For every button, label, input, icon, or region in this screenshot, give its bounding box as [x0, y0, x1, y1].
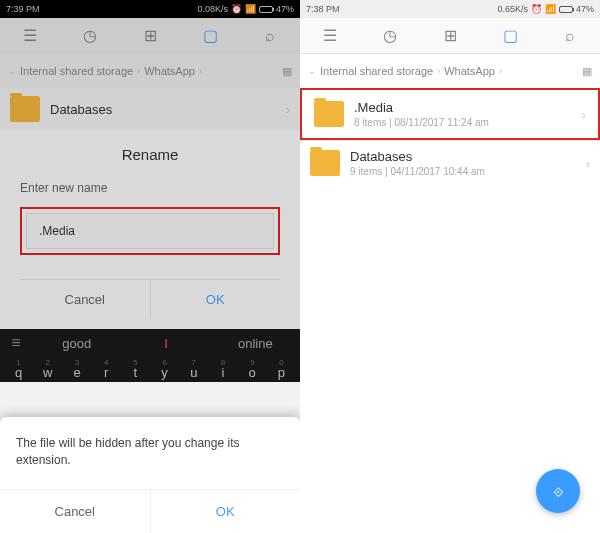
suggestion[interactable]: online: [211, 336, 300, 351]
folder-tab-icon[interactable]: ▢: [500, 26, 520, 45]
folder-icon: [10, 96, 40, 122]
apps-icon[interactable]: ⊞: [140, 26, 160, 45]
folder-row-databases[interactable]: Databases ›: [0, 88, 300, 130]
clock-icon[interactable]: ◷: [380, 26, 400, 45]
key-row: 1q 2w 3e 4r 5t 6y 7u 8i 9o 0p: [0, 357, 300, 382]
folder-row-media[interactable]: .Media 8 items | 08/11/2017 11:24 am ›: [304, 92, 596, 136]
battery-pct: 47%: [276, 4, 294, 14]
folder-icon: [310, 150, 340, 176]
status-speed: 0.08K/s: [197, 4, 228, 14]
breadcrumb[interactable]: ⌄ Internal shared storage › WhatsApp › ▦: [300, 54, 600, 88]
highlight-rename-input: .Media: [20, 207, 280, 255]
rename-dialog: Rename Enter new name .Media Cancel OK: [0, 130, 300, 329]
alarm-icon: ⏰: [531, 4, 542, 14]
apps-icon[interactable]: ⊞: [440, 26, 460, 45]
suggestion[interactable]: I: [121, 336, 210, 351]
wifi-icon: 📶: [245, 4, 256, 14]
key[interactable]: 0p: [267, 359, 296, 380]
highlight-media-folder: .Media 8 items | 08/11/2017 11:24 am ›: [300, 88, 600, 140]
breadcrumb-sub: WhatsApp: [144, 65, 195, 77]
key[interactable]: 7u: [179, 359, 208, 380]
battery-pct: 47%: [576, 4, 594, 14]
chevron-down-icon: ⌄: [8, 66, 16, 76]
status-bar: 7:39 PM 0.08K/s ⏰ 📶 47%: [0, 0, 300, 18]
breadcrumb-root: Internal shared storage: [320, 65, 433, 77]
key[interactable]: 8i: [208, 359, 237, 380]
ok-button[interactable]: OK: [151, 280, 281, 319]
chevron-right-icon: ›: [286, 102, 290, 117]
grid-view-icon[interactable]: ▦: [582, 65, 592, 78]
chevron-down-icon: ⌄: [308, 66, 316, 76]
grid-view-icon[interactable]: ▦: [282, 65, 292, 78]
clock-icon[interactable]: ◷: [80, 26, 100, 45]
clean-fab-button[interactable]: ⟐: [536, 469, 580, 513]
folder-name: .Media: [354, 100, 582, 115]
toolbar: ☰ ◷ ⊞ ▢ ⌕: [0, 18, 300, 54]
folder-tab-icon[interactable]: ▢: [200, 26, 220, 45]
key[interactable]: 2w: [33, 359, 62, 380]
status-bar: 7:38 PM 0.65K/s ⏰ 📶 47%: [300, 0, 600, 18]
search-icon[interactable]: ⌕: [560, 27, 580, 45]
phone-left: 7:39 PM 0.08K/s ⏰ 📶 47% ☰ ◷ ⊞ ▢ ⌕ ⌄ Inte…: [0, 0, 300, 533]
folder-icon: [314, 101, 344, 127]
phone-right: 7:38 PM 0.65K/s ⏰ 📶 47% ☰ ◷ ⊞ ▢ ⌕ ⌄ Inte…: [300, 0, 600, 533]
folder-name: Databases: [350, 149, 586, 164]
breadcrumb-root: Internal shared storage: [20, 65, 133, 77]
folder-name: Databases: [50, 102, 286, 117]
popup-ok-button[interactable]: OK: [151, 490, 301, 533]
menu-icon[interactable]: ☰: [320, 26, 340, 45]
dialog-title: Rename: [20, 146, 280, 163]
battery-icon: [259, 6, 273, 13]
chevron-right-icon: ›: [582, 107, 586, 122]
search-icon[interactable]: ⌕: [260, 27, 280, 45]
cancel-button[interactable]: Cancel: [20, 280, 151, 319]
status-time: 7:39 PM: [6, 4, 40, 14]
wifi-icon: 📶: [545, 4, 556, 14]
popup-text: The file will be hidden after you change…: [0, 417, 300, 489]
broom-icon: ⟐: [553, 481, 564, 502]
kbd-menu-icon[interactable]: ≡: [0, 334, 32, 352]
key[interactable]: 3e: [62, 359, 91, 380]
chevron-right-icon: ›: [199, 66, 202, 76]
folder-meta: 9 items | 04/11/2017 10:44 am: [350, 166, 586, 177]
alarm-icon: ⏰: [231, 4, 242, 14]
chevron-right-icon: ›: [586, 156, 590, 171]
status-speed: 0.65K/s: [497, 4, 528, 14]
toolbar: ☰ ◷ ⊞ ▢ ⌕: [300, 18, 600, 54]
key[interactable]: 6y: [150, 359, 179, 380]
popup-cancel-button[interactable]: Cancel: [0, 490, 151, 533]
key[interactable]: 9o: [238, 359, 267, 380]
status-time: 7:38 PM: [306, 4, 340, 14]
breadcrumb[interactable]: ⌄ Internal shared storage › WhatsApp › ▦: [0, 54, 300, 88]
breadcrumb-sub: WhatsApp: [444, 65, 495, 77]
rename-input[interactable]: .Media: [26, 213, 274, 249]
suggestion[interactable]: good: [32, 336, 121, 351]
key[interactable]: 1q: [4, 359, 33, 380]
key[interactable]: 4r: [92, 359, 121, 380]
key[interactable]: 5t: [121, 359, 150, 380]
folder-row-databases[interactable]: Databases 9 items | 04/11/2017 10:44 am …: [300, 140, 600, 185]
folder-meta: 8 items | 08/11/2017 11:24 am: [354, 117, 582, 128]
chevron-right-icon: ›: [437, 66, 440, 76]
keyboard[interactable]: ≡ good I online 1q 2w 3e 4r 5t 6y 7u 8i …: [0, 329, 300, 382]
battery-icon: [559, 6, 573, 13]
dialog-label: Enter new name: [20, 181, 280, 195]
menu-icon[interactable]: ☰: [20, 26, 40, 45]
chevron-right-icon: ›: [137, 66, 140, 76]
chevron-right-icon: ›: [499, 66, 502, 76]
confirm-popup: The file will be hidden after you change…: [0, 417, 300, 533]
